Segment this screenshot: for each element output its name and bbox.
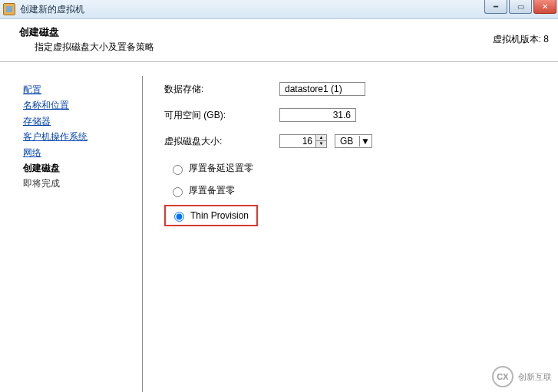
spinner-up[interactable]: ▲ [315, 134, 327, 141]
minimize-button[interactable]: ━ [484, 0, 507, 14]
step-config[interactable]: 配置 [23, 82, 134, 97]
step-create-disk: 创建磁盘 [23, 160, 134, 176]
row-freespace: 可用空间 (GB): 31.6 [164, 108, 537, 122]
radio-thick-lazy-input[interactable] [173, 165, 183, 175]
disksize-unit-value: GB [340, 136, 353, 147]
watermark: CX 创新互联 [492, 366, 552, 387]
close-button[interactable]: ✕ [533, 0, 556, 14]
freespace-label: 可用空间 (GB): [164, 109, 279, 122]
spinner-down[interactable]: ▼ [315, 141, 327, 148]
maximize-button[interactable]: ▭ [509, 0, 532, 14]
radio-thick-lazy[interactable]: 厚置备延迟置零 [164, 160, 537, 176]
watermark-logo: CX [492, 366, 513, 387]
step-storage[interactable]: 存储器 [23, 114, 134, 129]
radio-thick-lazy-label: 厚置备延迟置零 [189, 162, 253, 175]
freespace-value: 31.6 [279, 108, 356, 122]
disksize-input[interactable] [279, 134, 316, 148]
disksize-label: 虚拟磁盘大小: [164, 135, 279, 148]
radio-thick-eager[interactable]: 厚置备置零 [164, 183, 537, 199]
radio-thin-label: Thin Provision [190, 210, 249, 221]
wizard-header: 创建磁盘 指定虚拟磁盘大小及置备策略 虚拟机版本: 8 [0, 19, 558, 62]
radio-thick-eager-label: 厚置备置零 [189, 184, 235, 197]
radio-thin[interactable]: Thin Provision [164, 205, 258, 226]
wizard-steps: 配置 名称和位置 存储器 客户机操作系统 网络 创建磁盘 即将完成 [14, 76, 143, 392]
step-name-location[interactable]: 名称和位置 [23, 97, 134, 113]
vm-version: 虚拟机版本: 8 [493, 33, 549, 46]
step-ready-complete: 即将完成 [23, 176, 134, 191]
radio-thick-eager-input[interactable] [173, 187, 183, 197]
chevron-down-icon: ▼ [359, 136, 370, 147]
page-subtitle: 指定虚拟磁盘大小及置备策略 [35, 41, 543, 54]
row-datastore: 数据存储: datastore1 (1) [164, 82, 537, 96]
form-panel: 数据存储: datastore1 (1) 可用空间 (GB): 31.6 虚拟磁… [143, 76, 552, 392]
datastore-value: datastore1 (1) [279, 82, 365, 96]
provision-radios: 厚置备延迟置零 厚置备置零 Thin Provision [164, 160, 537, 226]
page-title: 创建磁盘 [19, 25, 543, 39]
datastore-label: 数据存储: [164, 83, 279, 96]
disksize-unit-select[interactable]: GB ▼ [335, 134, 372, 148]
row-disksize: 虚拟磁盘大小: ▲ ▼ GB ▼ [164, 134, 537, 148]
watermark-text: 创新互联 [518, 371, 552, 383]
radio-thin-input[interactable] [174, 212, 184, 222]
spinner-buttons: ▲ ▼ [315, 134, 327, 148]
window-controls: ━ ▭ ✕ [484, 0, 556, 14]
disksize-spinner: ▲ ▼ [279, 134, 327, 148]
step-network[interactable]: 网络 [23, 145, 134, 160]
titlebar: 创建新的虚拟机 ━ ▭ ✕ [0, 0, 558, 19]
app-icon [3, 3, 15, 15]
window-title: 创建新的虚拟机 [20, 3, 84, 16]
step-guest-os[interactable]: 客户机操作系统 [23, 129, 134, 144]
wizard-body: 配置 名称和位置 存储器 客户机操作系统 网络 创建磁盘 即将完成 数据存储: … [0, 62, 558, 392]
